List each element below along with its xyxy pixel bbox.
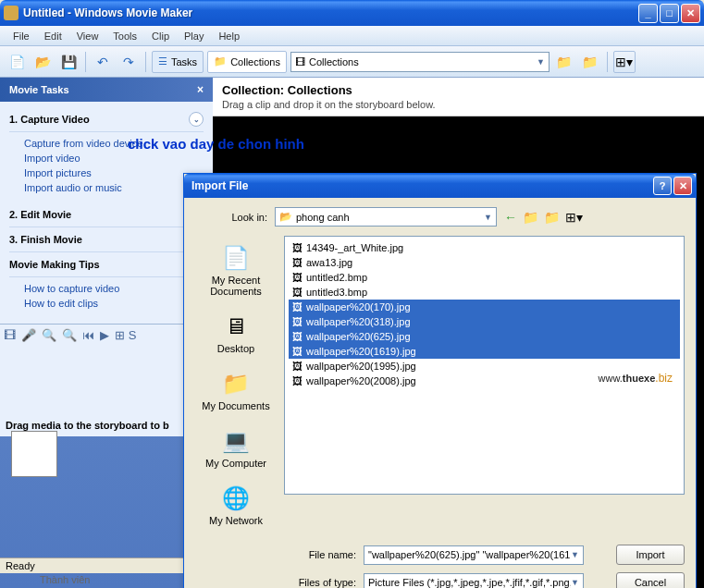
sidebar-header: Movie Tasks ×: [0, 78, 213, 102]
undo-icon[interactable]: ↶: [92, 51, 114, 73]
place-computer[interactable]: 💻My Computer: [202, 423, 270, 472]
up-icon[interactable]: 📁: [553, 51, 575, 73]
section-edit[interactable]: 2. Edit Movie⌄: [9, 202, 204, 227]
sidebar-close-icon[interactable]: ×: [197, 83, 204, 96]
zoomin-icon[interactable]: 🔍: [42, 328, 56, 342]
filetype-label: Files of type:: [284, 577, 356, 588]
member-label: Thành viên: [37, 571, 93, 588]
timeline-toolbar: 🎞 🎤 🔍 🔍 ⏮ ▶ ⊞ S: [0, 325, 213, 346]
dialog-titlebar: Import File ? ✕: [184, 174, 696, 198]
redo-icon[interactable]: ↷: [117, 51, 140, 73]
image-icon: 🖼: [290, 286, 303, 299]
folder-icon: 📂: [279, 211, 292, 223]
views-icon[interactable]: ⊞▾: [565, 210, 583, 225]
sidebar: Movie Tasks × 1. Capture Video⌄ Capture …: [0, 78, 213, 588]
filetype-dropdown[interactable]: Picture Files (*.jpg,*.jpeg,*.jpe,*.jfif…: [364, 573, 584, 589]
storyboard-icon[interactable]: ⊞ S: [115, 328, 136, 342]
new-folder-icon[interactable]: 📁: [544, 210, 560, 225]
back-icon[interactable]: ←: [504, 210, 517, 225]
watermark: www.thuexe.biz: [599, 366, 673, 386]
storyboard-thumb[interactable]: [11, 431, 57, 477]
file-item[interactable]: 🖼wallpaper%20(170).jpg: [289, 300, 680, 314]
dialog-help-button[interactable]: ?: [653, 177, 672, 195]
mic-icon[interactable]: 🎤: [21, 328, 36, 342]
file-item[interactable]: 🖼wallpaper%20(318).jpg: [289, 314, 680, 329]
menu-play[interactable]: Play: [177, 29, 211, 43]
link-import-video[interactable]: Import video: [24, 151, 204, 165]
section-finish[interactable]: 3. Finish Movie⌄: [9, 227, 204, 252]
menubar: File Edit View Tools Clip Play Help: [0, 26, 704, 46]
import-file-dialog: Import File ? ✕ Look in: 📂phong canh▼ ← …: [183, 173, 697, 588]
image-icon: 🖼: [290, 271, 303, 284]
view-icon[interactable]: ⊞▾: [613, 51, 636, 73]
image-icon: 🖼: [290, 241, 303, 254]
documents-icon: 📁: [221, 369, 251, 398]
file-item[interactable]: 🖼14349-_art_White.jpg: [289, 240, 680, 255]
minimize-button[interactable]: _: [638, 4, 658, 23]
toolbar: 📄 📂 💾 ↶ ↷ ☰Tasks 📁Collections 🎞Collectio…: [0, 46, 704, 78]
link-import-audio[interactable]: Import audio or music: [24, 180, 204, 195]
file-list[interactable]: 🖼14349-_art_White.jpg🖼awa13.jpg🖼untitled…: [284, 236, 685, 495]
place-recent[interactable]: 📄My Recent Documents: [195, 239, 277, 300]
place-documents[interactable]: 📁My Documents: [198, 365, 273, 415]
place-desktop[interactable]: 🖥Desktop: [214, 308, 258, 358]
annotation-1: click vao day de chon hinh: [128, 136, 304, 152]
computer-icon: 💻: [221, 426, 251, 456]
menu-edit[interactable]: Edit: [37, 29, 69, 43]
filename-label: File name:: [284, 549, 356, 560]
zoomout-icon[interactable]: 🔍: [62, 328, 77, 342]
desktop-icon: 🖥: [221, 312, 251, 341]
lookin-label: Look in:: [195, 212, 267, 223]
image-icon: 🖼: [290, 374, 303, 387]
menu-tools[interactable]: Tools: [105, 29, 144, 43]
close-button[interactable]: ✕: [681, 4, 700, 23]
maximize-button[interactable]: □: [660, 4, 679, 23]
image-icon: 🖼: [290, 330, 303, 343]
import-button[interactable]: Import: [616, 545, 685, 565]
menu-help[interactable]: Help: [211, 29, 247, 43]
collection-dropdown[interactable]: 🎞Collections▼: [290, 52, 550, 72]
image-icon: 🖼: [290, 360, 303, 373]
save-icon[interactable]: 💾: [57, 51, 80, 73]
image-icon: 🖼: [290, 256, 303, 269]
filename-input[interactable]: "wallpaper%20(625).jpg" "wallpaper%20(16…: [364, 545, 584, 565]
image-icon: 🖼: [290, 345, 303, 358]
network-icon: 🌐: [221, 484, 251, 513]
window-title: Untitled - Windows Movie Maker: [23, 6, 638, 19]
file-item[interactable]: 🖼awa13.jpg: [289, 255, 680, 270]
link-howto-edit[interactable]: How to edit clips: [24, 296, 204, 311]
file-item[interactable]: 🖼wallpaper%20(625).jpg: [289, 329, 680, 344]
open-icon[interactable]: 📂: [31, 51, 54, 73]
image-icon: 🖼: [290, 315, 303, 328]
tasks-button[interactable]: ☰Tasks: [152, 51, 204, 73]
menu-view[interactable]: View: [69, 29, 106, 43]
app-icon: [4, 6, 19, 20]
menu-clip[interactable]: Clip: [144, 29, 177, 43]
collections-button[interactable]: 📁Collections: [207, 51, 287, 73]
chevron-down-icon[interactable]: ⌄: [189, 112, 204, 127]
dialog-close-button[interactable]: ✕: [673, 177, 692, 195]
timeline-icon[interactable]: 🎞: [4, 328, 16, 342]
up-folder-icon[interactable]: 📁: [523, 210, 538, 225]
file-item[interactable]: 🖼wallpaper%20(1619).jpg: [289, 344, 680, 359]
link-import-pictures[interactable]: Import pictures: [24, 165, 204, 180]
statusbar: Ready: [0, 557, 213, 573]
file-item[interactable]: 🖼untitled2.bmp: [289, 270, 680, 285]
places-bar: 📄My Recent Documents 🖥Desktop 📁My Docume…: [195, 236, 277, 533]
link-howto-capture[interactable]: How to capture video: [24, 281, 204, 296]
menu-file[interactable]: File: [6, 29, 37, 43]
section-capture[interactable]: 1. Capture Video⌄: [9, 107, 204, 132]
file-item[interactable]: 🖼untitled3.bmp: [289, 285, 680, 300]
rewind-icon[interactable]: ⏮: [82, 328, 94, 342]
main-titlebar: Untitled - Windows Movie Maker _ □ ✕: [0, 0, 704, 26]
image-icon: 🖼: [290, 300, 303, 313]
cancel-button[interactable]: Cancel: [616, 572, 685, 588]
collection-header: Collection: Collections Drag a clip and …: [213, 78, 704, 116]
lookin-dropdown[interactable]: 📂phong canh▼: [275, 207, 497, 227]
storyboard-hint: Drag media to the storyboard to b: [0, 346, 213, 436]
newfolder-icon[interactable]: 📁: [579, 51, 601, 73]
new-icon[interactable]: 📄: [6, 51, 28, 73]
section-tips[interactable]: Movie Making Tips⌃: [9, 252, 204, 277]
place-network[interactable]: 🌐My Network: [205, 480, 266, 530]
play-icon[interactable]: ▶: [100, 328, 109, 342]
